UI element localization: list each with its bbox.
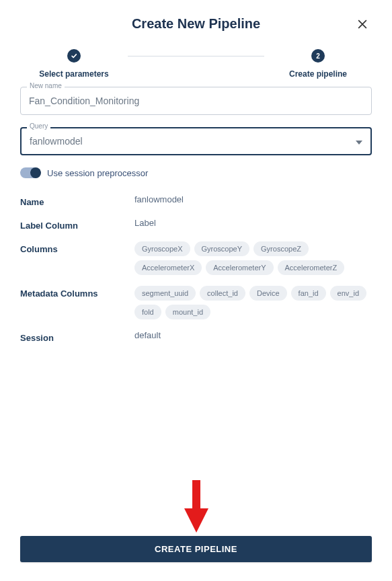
metadata-chip: collect_id: [200, 286, 245, 301]
column-chip: AccelerometerX: [134, 260, 202, 275]
dialog-title: Create New Pipeline: [132, 16, 260, 32]
svg-marker-1: [184, 508, 208, 533]
chevron-down-icon: [356, 136, 362, 147]
metadata-chip: segment_uuid: [134, 286, 196, 301]
column-chip: AccelerometerY: [206, 260, 273, 275]
newname-input[interactable]: [20, 87, 372, 115]
row-name-value: fanlowmodel: [134, 194, 372, 204]
newname-field: New name: [20, 87, 372, 115]
column-chip: GyroscopeX: [134, 241, 190, 256]
svg-rect-0: [192, 480, 200, 510]
step1-circle: [67, 49, 81, 63]
query-select[interactable]: fanlowmodel: [20, 127, 372, 155]
row-session-value: default: [134, 330, 372, 340]
metadata-chip: mount_id: [165, 305, 210, 319]
close-icon[interactable]: [356, 17, 372, 34]
query-legend: Query: [27, 122, 50, 130]
row-metadata-label: Metadata Columns: [20, 286, 134, 299]
step1-label: Select parameters: [39, 69, 108, 79]
step-connector: [128, 56, 264, 56]
query-field: Query fanlowmodel: [20, 127, 372, 155]
annotation-arrow-icon: [183, 480, 210, 534]
row-labelcol-label: Label Column: [20, 218, 134, 231]
columns-chips: GyroscopeXGyroscopeYGyroscopeZAccelerome…: [134, 241, 372, 275]
column-chip: GyroscopeY: [194, 241, 250, 256]
stepper: Select parameters 2 Create pipeline: [20, 49, 372, 79]
row-name-label: Name: [20, 194, 134, 207]
query-value: fanlowmodel: [30, 136, 83, 147]
metadata-chips: segment_uuidcollect_idDevicefan_idenv_id…: [134, 286, 372, 319]
toggle-knob: [30, 167, 41, 178]
session-preprocessor-toggle[interactable]: [20, 167, 40, 178]
metadata-chip: env_id: [330, 286, 366, 301]
metadata-chip: fold: [134, 305, 161, 319]
step2-circle: 2: [311, 49, 325, 63]
newname-legend: New name: [27, 82, 65, 89]
row-labelcol-value: Label: [134, 218, 372, 228]
column-chip: GyroscopeZ: [253, 241, 309, 256]
session-preprocessor-label: Use session preprocessor: [47, 168, 148, 178]
metadata-chip: fan_id: [291, 286, 326, 301]
row-columns-label: Columns: [20, 241, 134, 254]
row-session-label: Session: [20, 330, 134, 343]
metadata-chip: Device: [249, 286, 287, 301]
column-chip: AccelerometerZ: [278, 260, 345, 275]
create-pipeline-button[interactable]: CREATE PIPELINE: [20, 536, 372, 562]
step2-label: Create pipeline: [289, 69, 347, 79]
